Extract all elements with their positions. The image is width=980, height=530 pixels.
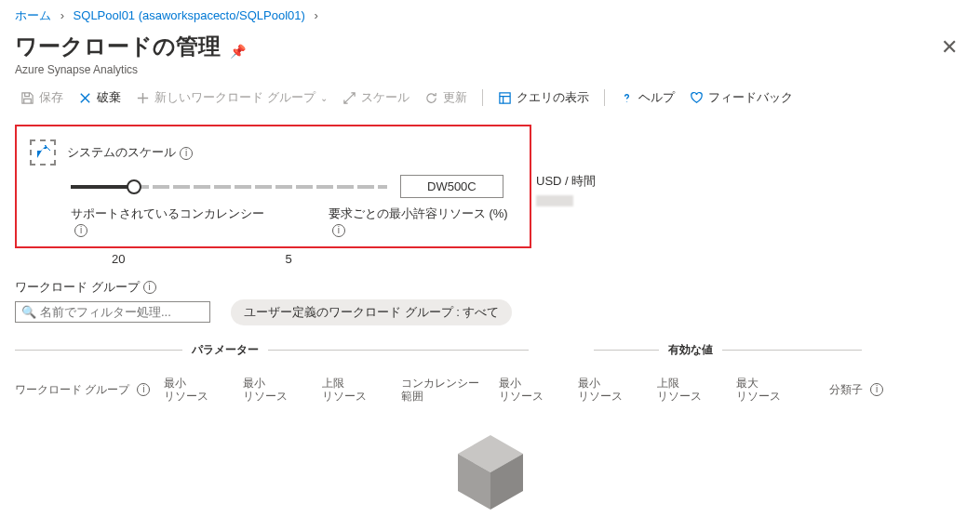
help-button[interactable]: ヘルプ xyxy=(614,86,680,110)
feedback-button[interactable]: フィードバック xyxy=(684,86,799,110)
filter-pill[interactable]: ユーザー定義のワークロード グループ : すべて xyxy=(231,299,512,325)
section-parameters: パラメーター xyxy=(182,342,268,358)
plus-icon xyxy=(136,91,150,105)
refresh-icon xyxy=(424,91,438,105)
concurrency-label: サポートされているコンカレンシーi xyxy=(71,205,273,237)
filter-input[interactable] xyxy=(40,305,204,319)
cube-icon xyxy=(453,431,528,514)
scale-panel: システムのスケールi DW500C サポートされているコンカレンシーi 要求ごと… xyxy=(15,125,531,248)
empty-state: 表示するユーザー定義のワークロード グループがありません。 [新しいワークロード… xyxy=(15,431,965,530)
svg-rect-0 xyxy=(500,92,510,102)
page-subtitle: Azure Synapse Analytics xyxy=(15,63,933,76)
scale-icon xyxy=(342,91,356,105)
min-resource-value: 5 xyxy=(285,252,291,266)
col-min-resource: 最小リソース xyxy=(243,377,288,404)
scale-slider[interactable] xyxy=(71,185,387,189)
pin-icon[interactable]: 📌 xyxy=(230,44,246,59)
info-icon[interactable]: i xyxy=(332,224,345,237)
heart-icon xyxy=(690,91,704,105)
scale-value-input[interactable]: DW500C xyxy=(400,175,503,198)
breadcrumb: ホーム › SQLPool01 (asaworkspacecto/SQLPool… xyxy=(0,0,980,28)
col-group: ワークロード グループ xyxy=(15,383,129,396)
separator xyxy=(604,89,605,106)
info-icon[interactable]: i xyxy=(137,383,150,396)
breadcrumb-home[interactable]: ホーム xyxy=(15,8,51,22)
info-icon[interactable]: i xyxy=(74,224,87,237)
scale-label: システムのスケールi xyxy=(67,144,193,161)
show-query-button[interactable]: クエリの表示 xyxy=(492,86,595,110)
section-effective: 有効な値 xyxy=(659,342,722,358)
search-icon: 🔍 xyxy=(21,305,36,319)
col-min-resource: 最小リソース xyxy=(499,377,544,404)
discard-button[interactable]: 破棄 xyxy=(73,86,127,110)
close-icon[interactable]: ✕ xyxy=(933,32,965,63)
slider-thumb[interactable] xyxy=(127,179,141,194)
breadcrumb-item[interactable]: SQLPool01 (asaworkspacecto/SQLPool01) xyxy=(74,8,305,22)
col-min-resource: 最小リソース xyxy=(164,377,208,404)
info-icon[interactable]: i xyxy=(143,281,156,294)
filter-input-wrapper[interactable]: 🔍 xyxy=(15,301,210,323)
col-cap-resource: 上限リソース xyxy=(657,377,702,404)
usd-value-blurred xyxy=(536,195,573,206)
col-cap-resource: 上限リソース xyxy=(322,377,367,404)
col-concurrency-range: コンカレンシー範囲 xyxy=(401,377,479,404)
col-classifier: 分類子 xyxy=(829,383,863,396)
new-group-button: 新しいワークロード グループ ⌄ xyxy=(130,86,333,110)
chevron-right-icon: › xyxy=(315,8,318,22)
refresh-button: 更新 xyxy=(419,86,473,110)
chevron-down-icon: ⌄ xyxy=(320,93,328,103)
usd-label: USD / 時間 xyxy=(536,173,722,190)
save-icon xyxy=(20,91,34,105)
col-max-resource: 最大リソース xyxy=(736,377,781,404)
chevron-right-icon: › xyxy=(60,8,64,22)
scale-button: スケール xyxy=(337,86,415,110)
save-button: 保存 xyxy=(15,86,69,110)
separator xyxy=(482,89,483,106)
page-title: ワークロードの管理 xyxy=(15,32,221,61)
info-icon[interactable]: i xyxy=(870,383,883,396)
query-icon xyxy=(498,91,512,105)
min-resource-label: 要求ごとの最小許容リソース (%)i xyxy=(329,205,517,237)
close-icon xyxy=(78,91,92,105)
toolbar: 保存 破棄 新しいワークロード グループ ⌄ スケール 更新 クエリの表示 ヘル… xyxy=(0,76,980,117)
scale-out-icon xyxy=(30,139,56,166)
workload-group-label: ワークロード グループi xyxy=(15,279,965,296)
concurrency-value: 20 xyxy=(112,252,125,266)
info-icon[interactable]: i xyxy=(180,147,193,160)
help-icon xyxy=(620,91,634,105)
col-min-resource: 最小リソース xyxy=(578,377,623,404)
